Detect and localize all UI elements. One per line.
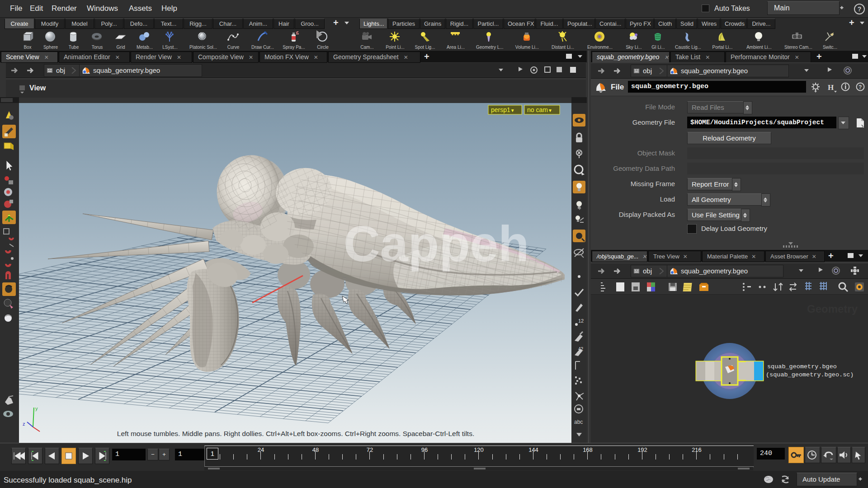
svg-text:y: y (35, 406, 38, 411)
svg-text:(squab_geometry.bgeo.sc): (squab_geometry.bgeo.sc) (766, 371, 854, 378)
svg-text:12: 12 (578, 318, 584, 324)
svg-text:Left mouse tumbles. Middle pan: Left mouse tumbles. Middle pans. Right d… (117, 430, 474, 437)
svg-text:Cappeh: Cappeh (344, 216, 529, 272)
svg-text:squab_geometry.bgeo: squab_geometry.bgeo (767, 363, 837, 370)
svg-text:z: z (23, 421, 25, 427)
svg-text:H: H (828, 83, 834, 92)
svg-text:Geometry: Geometry (807, 303, 858, 315)
svg-text:?: ? (859, 84, 862, 90)
svg-text:abc: abc (574, 419, 583, 425)
svg-text:42: 42 (578, 347, 584, 352)
